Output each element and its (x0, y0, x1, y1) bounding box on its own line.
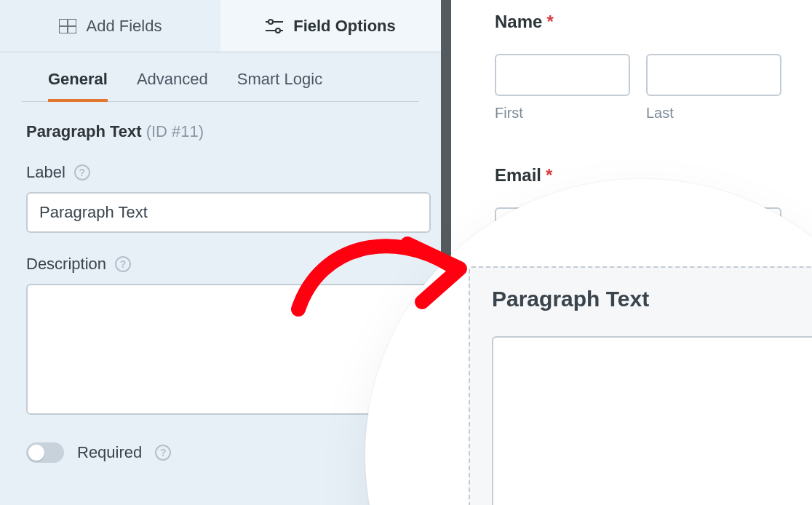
paragraph-drop-label: Paragraph Text (492, 287, 812, 311)
sliders-icon (266, 19, 283, 33)
svg-point-6 (276, 28, 280, 33)
field-type-name: Paragraph Text (26, 122, 142, 140)
sidebar-top-tabs: Add Fields Field Options (0, 0, 441, 52)
email-field-label-text: Email (495, 165, 541, 185)
paragraph-drop-target[interactable]: Paragraph Text (469, 266, 812, 505)
field-type-heading: Paragraph Text (ID #11) (26, 122, 415, 141)
name-inputs-row: First Last (495, 54, 792, 122)
required-row: Required ? (26, 442, 415, 463)
tab-add-fields-label: Add Fields (87, 17, 162, 36)
sub-tab-advanced[interactable]: Advanced (137, 70, 208, 102)
last-name-col: Last (646, 54, 781, 122)
last-name-sublabel: Last (646, 105, 781, 122)
description-field-label-text: Description (26, 255, 106, 274)
sub-tab-general[interactable]: General (48, 70, 108, 102)
name-field-label-text: Name (495, 12, 542, 31)
tab-field-options-label: Field Options (293, 17, 396, 36)
app-root: Add Fields Field Options General Advance… (0, 0, 812, 505)
description-row: Description ? (26, 255, 415, 418)
required-star: * (546, 165, 552, 185)
description-field-label: Description ? (26, 255, 415, 274)
svg-point-4 (268, 20, 273, 24)
sub-tab-smart-logic[interactable]: Smart Logic (237, 70, 322, 102)
last-name-input[interactable] (646, 54, 781, 96)
name-field-block: Name* First Last (495, 12, 792, 122)
required-label: Required (77, 443, 142, 462)
tab-add-fields[interactable]: Add Fields (0, 0, 220, 52)
label-field-label: Label ? (26, 163, 415, 182)
label-input[interactable] (26, 192, 431, 233)
first-name-input[interactable] (495, 54, 630, 96)
help-icon[interactable]: ? (74, 164, 90, 180)
first-name-col: First (495, 54, 630, 122)
grid-icon (59, 19, 76, 33)
sidebar-sub-tabs: General Advanced Smart Logic (22, 52, 419, 102)
field-id-tag: (ID #11) (146, 122, 204, 140)
toggle-knob (28, 445, 44, 461)
label-row: Label ? (26, 163, 415, 233)
required-toggle[interactable] (26, 442, 64, 463)
description-input[interactable] (26, 284, 431, 415)
help-icon[interactable]: ? (155, 445, 171, 461)
tab-field-options[interactable]: Field Options (220, 0, 441, 52)
required-star: * (546, 12, 553, 31)
first-name-sublabel: First (495, 105, 630, 122)
name-field-label: Name* (495, 12, 792, 32)
paragraph-drop-textarea[interactable] (492, 336, 812, 505)
label-field-label-text: Label (26, 163, 65, 182)
help-icon[interactable]: ? (115, 256, 131, 272)
